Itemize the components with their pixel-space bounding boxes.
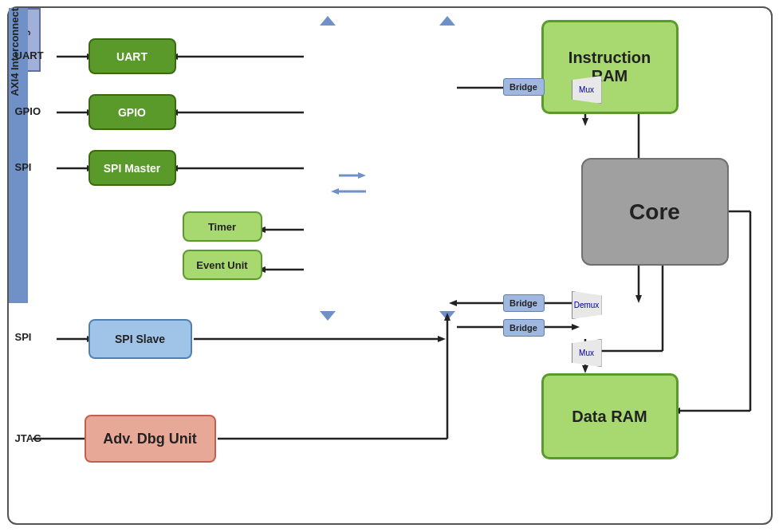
- svg-marker-17: [320, 311, 336, 321]
- uart-block: UART: [89, 38, 176, 74]
- svg-marker-21: [358, 172, 366, 179]
- gpio-ext-label: GPIO: [15, 105, 41, 117]
- svg-marker-47: [582, 365, 588, 373]
- timer-block: Timer: [183, 211, 262, 242]
- uart-ext-label: UART: [15, 49, 44, 61]
- event-unit-block: Event Unit: [183, 250, 262, 280]
- core-block: Core: [581, 158, 729, 266]
- svg-marker-42: [572, 324, 580, 330]
- mux2-shape: Mux: [572, 339, 602, 367]
- svg-marker-29: [582, 118, 588, 126]
- spi-slave-block: SPI Slave: [89, 319, 192, 359]
- svg-marker-56: [444, 313, 450, 321]
- svg-marker-34: [635, 295, 642, 303]
- spi-ext2-label: SPI: [15, 331, 32, 343]
- svg-marker-18: [439, 16, 455, 26]
- instr-ram-block: Instruction RAM: [541, 20, 679, 114]
- demux-shape: Demux: [572, 291, 602, 319]
- mux1-shape: Mux: [572, 76, 602, 104]
- spi-master-block: SPI Master: [89, 150, 176, 186]
- bridge2-label: Bridge: [503, 294, 545, 312]
- diagram-container: APB Bridge AXI4 Interconnect UART GPIO S…: [7, 6, 773, 525]
- bridge3-label: Bridge: [503, 319, 545, 337]
- gpio-block: GPIO: [89, 94, 176, 130]
- svg-marker-38: [449, 300, 457, 306]
- data-ram-block: Data RAM: [541, 373, 679, 459]
- jtag-ext-label: JTAG: [15, 432, 42, 444]
- svg-marker-16: [320, 16, 336, 26]
- svg-marker-23: [331, 188, 339, 195]
- bridge1-label: Bridge: [503, 78, 545, 96]
- spi-ext1-label: SPI: [15, 161, 32, 173]
- svg-marker-51: [438, 336, 446, 342]
- adv-dbg-block: Adv. Dbg Unit: [85, 415, 216, 463]
- svg-marker-19: [439, 311, 455, 321]
